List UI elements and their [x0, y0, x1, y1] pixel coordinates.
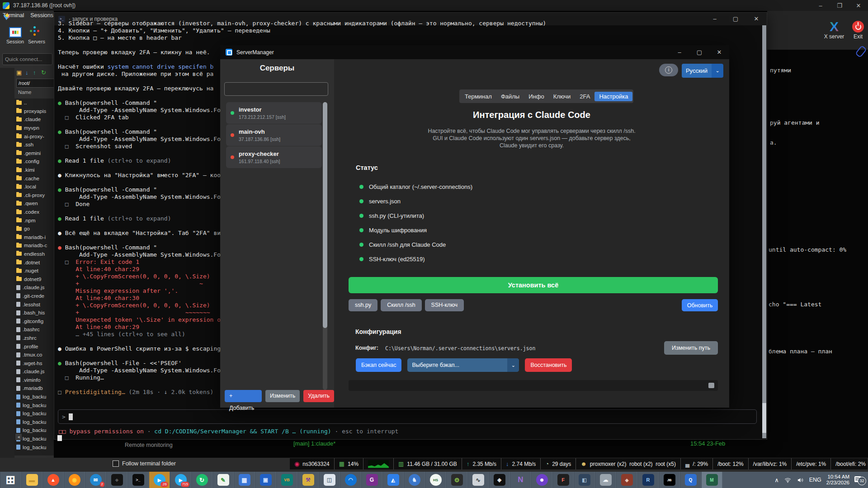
taskbar-app-button[interactable]: ◆ [106, 472, 127, 488]
taskbar-app-button[interactable]: F [552, 472, 574, 488]
folder-up-icon[interactable]: ▣ [16, 69, 22, 77]
component-install-button[interactable]: Скилл /ssh [381, 299, 421, 311]
follow-terminal-folder-checkbox[interactable]: Follow terminal folder [113, 460, 176, 467]
refresh-icon[interactable]: ↻ [41, 69, 46, 77]
taskbar-app-button[interactable]: ♞ [404, 472, 425, 488]
taskbar-app-button[interactable]: N [510, 472, 531, 488]
taskbar-app-button[interactable]: ◉ [64, 472, 85, 488]
notification-center-button[interactable]: 32 [854, 476, 863, 484]
file-tree-item[interactable]: .lesshst [14, 300, 54, 309]
file-tree-item[interactable]: .cli-proxy [14, 191, 54, 200]
tab[interactable]: 2FA [575, 92, 594, 101]
tab[interactable]: Файлы [496, 92, 524, 101]
tab[interactable]: Ключи [549, 92, 576, 101]
file-tree-item[interactable]: .git-crede [14, 292, 54, 300]
file-tree-item[interactable]: myvpn [14, 124, 54, 132]
file-tree-item[interactable]: .codex [14, 208, 54, 216]
sidebar-tab-icon[interactable]: ● [0, 11, 14, 20]
remote-monitoring-label[interactable]: Remote monitoring [125, 442, 173, 448]
file-tree-item[interactable]: .gemini [14, 149, 54, 158]
close-icon[interactable]: ✕ [849, 2, 868, 9]
language-select[interactable]: Русский ⌄ [682, 64, 723, 78]
file-tree-item[interactable]: log_backu [14, 409, 54, 418]
taskbar-app-button[interactable]: ◈ [489, 472, 510, 488]
tray-clock[interactable]: 10:54 AM 2/23/2026 [826, 474, 849, 486]
tab[interactable]: Настройка [594, 92, 632, 101]
taskbar-app-button[interactable]: ▶ .26 [149, 472, 170, 488]
taskbar-app-button[interactable]: ⚙ [446, 472, 467, 488]
quick-connect-input[interactable]: Quick connect... [2, 53, 52, 65]
wifi-icon[interactable] [784, 477, 792, 483]
keyboard-language[interactable]: ENG [809, 477, 821, 483]
file-tree-item[interactable]: .wget-hs [14, 359, 54, 367]
file-tree-item[interactable]: .gitconfig [14, 317, 54, 325]
taskbar-app-button[interactable]: ◆ [616, 472, 637, 488]
file-tree-item[interactable]: .cache [14, 174, 54, 183]
tab[interactable]: Терминал [460, 92, 496, 101]
claude-prompt-input[interactable]: > [58, 409, 757, 424]
file-tree-item[interactable]: log_backu [14, 401, 54, 409]
file-tree-item[interactable]: mariadb-c [14, 241, 54, 250]
taskbar-app-button[interactable]: ↻ [191, 472, 212, 488]
file-tree-item[interactable]: dotnet9 [14, 275, 54, 283]
scrollbar[interactable] [762, 25, 766, 438]
download-icon[interactable]: ↓ [25, 69, 28, 77]
hscroll-left-arrow[interactable]: ◂ [15, 434, 22, 440]
scrollbar-thumb[interactable] [762, 403, 766, 433]
checkbox-icon[interactable] [113, 460, 119, 467]
taskbar-app-button[interactable]: JB [659, 472, 680, 488]
taskbar-app-button[interactable]: ☻ [531, 472, 552, 488]
file-tree-item[interactable]: .ssh [14, 141, 54, 149]
taskbar-app-button[interactable]: G [361, 472, 382, 488]
file-tree-item[interactable]: endlessh [14, 250, 54, 258]
file-tree-item[interactable]: log_backu [14, 393, 54, 401]
taskbar-app-button[interactable]: R [637, 472, 659, 488]
file-tree-item[interactable]: .claude.js [14, 283, 54, 292]
taskbar-app-button[interactable]: ▬ [21, 472, 42, 488]
maximize-icon[interactable]: ▢ [689, 45, 709, 59]
backup-select[interactable]: Выберите бэкап... ⌄ [407, 358, 519, 372]
session-icon[interactable] [9, 27, 22, 38]
taskbar-app-button[interactable]: ∿ [467, 472, 489, 488]
server-list-item[interactable]: proxy-checker 161.97.118.40 [ssh] [226, 146, 322, 168]
taskbar-app-button[interactable]: ⊞ [0, 472, 21, 488]
server-action-button[interactable]: Изменить [265, 390, 300, 402]
tray-expand-icon[interactable]: ∧ [774, 477, 779, 483]
server-list-item[interactable]: investor 173.212.212.157 [ssh] [226, 102, 322, 124]
taskbar-app-button[interactable]: Q [680, 472, 701, 488]
file-tree-item[interactable]: log_backu [14, 418, 54, 427]
file-tree-item[interactable]: .. [14, 99, 54, 107]
x-server-button[interactable]: X X server [821, 20, 848, 40]
file-tree-item[interactable]: .local [14, 183, 54, 191]
server-list-item[interactable]: main-ovh 37.187.136.86 [ssh] [226, 124, 322, 146]
refresh-button[interactable]: Обновить [682, 299, 718, 311]
taskbar-app-button[interactable]: ▶ 715 [170, 472, 191, 488]
file-tree-item[interactable]: .profile [14, 342, 54, 351]
taskbar-app-button[interactable]: ▦ [234, 472, 255, 488]
taskbar-app-button[interactable]: VB [276, 472, 297, 488]
info-button[interactable]: i [659, 64, 678, 76]
taskbar-app-button[interactable]: ◠ [340, 472, 361, 488]
taskbar-app-button[interactable]: ☁ [595, 472, 616, 488]
file-tree-item[interactable]: go [14, 225, 54, 233]
file-tree-item[interactable]: .bashrc [14, 325, 54, 334]
speaker-icon[interactable] [797, 477, 804, 483]
session-button-label[interactable]: Session [6, 39, 24, 44]
exit-button[interactable]: Exit [850, 20, 866, 40]
file-tree-item[interactable]: .qwen [14, 199, 54, 208]
taskbar-app-button[interactable]: ✎ [212, 472, 234, 488]
upload-icon[interactable]: ↑ [33, 69, 36, 77]
file-tree-item[interactable]: log_backu [14, 443, 54, 451]
restore-button[interactable]: Восстановить [525, 358, 572, 372]
minimize-icon[interactable]: – [670, 45, 689, 59]
file-tree-item[interactable]: .npm [14, 216, 54, 225]
file-tree-item[interactable]: .claude [14, 115, 54, 124]
file-tree-item[interactable]: .tmux.co [14, 351, 54, 359]
minimize-icon[interactable]: – [811, 2, 830, 9]
taskbar-app-button[interactable]: >_ [127, 472, 149, 488]
taskbar-app-button[interactable]: ◭ [382, 472, 404, 488]
change-path-button[interactable]: Изменить путь [664, 341, 718, 355]
taskbar-app-button[interactable]: ◧ [574, 472, 595, 488]
file-tree-item[interactable]: .kimi [14, 166, 54, 174]
install-all-button[interactable]: Установить всё [349, 277, 718, 293]
